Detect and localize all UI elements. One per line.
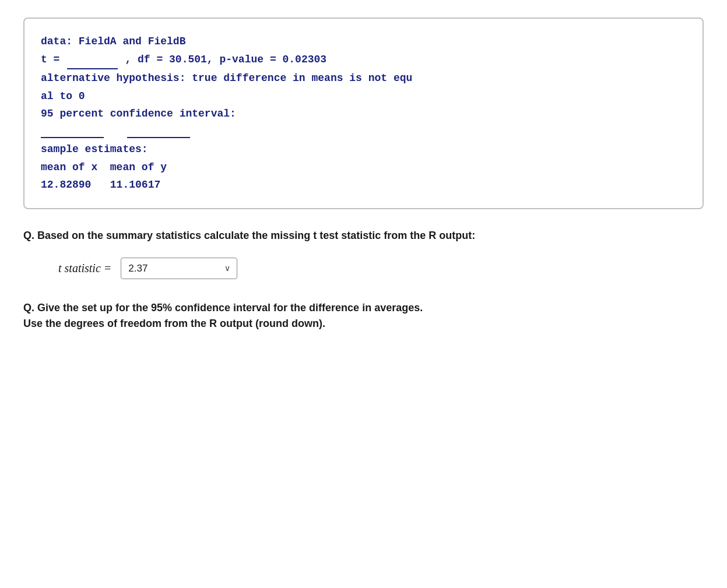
r-output-box: data: FieldA and FieldB t = , df = 30.50… [23, 17, 704, 209]
r-line-alt-hyp: alternative hypothesis: true difference … [41, 72, 412, 84]
question2-text: Q. Give the set up for the 95% confidenc… [23, 300, 704, 332]
answer-row: t statistic = 2.37 1.95 2.04 2.57 1.72 [58, 258, 704, 279]
r-line-mean-values: 12.82890 11.10617 [41, 179, 160, 191]
question1-text: Q. Based on the summary statistics calcu… [23, 228, 704, 244]
r-line-sample-est: sample estimates: [41, 143, 148, 155]
t-statistic-dropdown[interactable]: 2.37 1.95 2.04 2.57 1.72 [121, 258, 237, 279]
r-line-mean-labels: mean of x mean of y [41, 161, 167, 173]
r-line-t-suffix: , df = 30.501, p-value = 0.02303 [119, 54, 326, 65]
question2-line1: Q. Give the set up for the 95% confidenc… [23, 300, 704, 316]
ci-value-lower [41, 125, 104, 138]
r-output-estimates: sample estimates: mean of x mean of y 12… [41, 140, 686, 194]
ci-values-row [41, 125, 686, 138]
r-line-ci-header: 95 percent confidence interval: [41, 108, 236, 119]
r-line-alt-hyp2: al to 0 [41, 90, 85, 102]
question1-block: Q. Based on the summary statistics calcu… [23, 228, 704, 279]
r-line-t-prefix: t = [41, 54, 66, 65]
question2-line2: Use the degrees of freedom from the R ou… [23, 316, 704, 332]
t-statistic-label: t statistic = [58, 262, 111, 275]
r-output-content: data: FieldA and FieldB t = , df = 30.50… [41, 33, 686, 123]
dropdown-wrapper[interactable]: 2.37 1.95 2.04 2.57 1.72 [121, 258, 237, 279]
r-t-blank [67, 51, 117, 70]
question2-block: Q. Give the set up for the 95% confidenc… [23, 300, 704, 332]
ci-value-upper [127, 125, 190, 138]
r-line-data: data: FieldA and FieldB [41, 36, 185, 47]
